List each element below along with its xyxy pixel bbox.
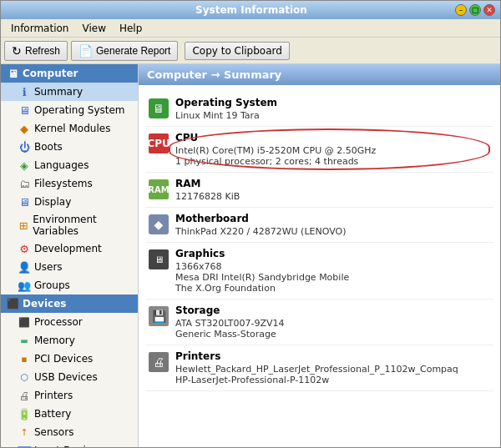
- menu-view[interactable]: View: [75, 21, 112, 36]
- motherboard-row: ◆ Motherboard ThinkPad X220 / 42872WU (L…: [145, 208, 493, 243]
- toolbar: ↻ Refresh 📄 Generate Report Copy to Clip…: [1, 38, 500, 64]
- cpu-row-content: CPU Intel(R) Core(TM) i5-2520M CPU @ 2.5…: [175, 132, 376, 167]
- sidebar-item-display[interactable]: 🖥 Display: [1, 193, 138, 211]
- storage-row: 💾 Storage ATA ST320LT007-9ZV14 Generic M…: [145, 300, 493, 345]
- usb-icon: ⬡: [18, 370, 31, 384]
- input-icon: ⌨: [18, 444, 31, 447]
- sidebar-item-printers[interactable]: 🖨 Printers: [1, 386, 138, 405]
- graphics-row-title: Graphics: [175, 248, 349, 259]
- sidebar-item-os[interactable]: 🖥 Operating System: [1, 101, 138, 119]
- summary-icon: ℹ: [18, 85, 31, 98]
- sidebar-item-env[interactable]: ⊞ Environment Variables: [1, 211, 138, 239]
- groups-icon: 👥: [18, 279, 31, 292]
- sidebar-section-devices[interactable]: ⬛ Devices: [1, 294, 138, 313]
- memory-icon: ▬: [18, 334, 31, 347]
- cpu-row-value-1: 1 physical processor; 2 cores; 4 threads: [175, 156, 376, 167]
- env-icon: ⊞: [18, 219, 29, 232]
- cpu-row: CPU CPU Intel(R) Core(TM) i5-2520M CPU @…: [145, 127, 493, 173]
- minimize-button[interactable]: –: [455, 4, 467, 16]
- devices-label: Devices: [23, 298, 66, 310]
- sidebar-item-pci[interactable]: ▪ PCI Devices: [1, 350, 138, 368]
- sidebar-category-computer[interactable]: 🖥 Computer: [1, 64, 138, 83]
- close-button[interactable]: ✕: [483, 4, 495, 16]
- menu-bar: Information View Help: [1, 19, 500, 38]
- storage-row-title: Storage: [175, 305, 285, 316]
- graphics-row-icon: 🖥: [149, 249, 169, 269]
- maximize-button[interactable]: □: [469, 4, 481, 16]
- devices-icon: ⬛: [6, 297, 19, 310]
- printers-icon: 🖨: [18, 389, 31, 402]
- printers-row-icon: 🖨: [149, 352, 169, 372]
- ram-row-icon: RAM: [149, 179, 169, 199]
- refresh-button[interactable]: ↻ Refresh: [4, 41, 68, 61]
- content-area: 🖥 Computer ℹ Summary 🖥 Operating System …: [1, 64, 500, 447]
- sidebar-item-groups[interactable]: 👥 Groups: [1, 276, 138, 294]
- sidebar-item-sensors[interactable]: ↑ Sensors: [1, 423, 138, 441]
- ram-row-content: RAM 12176828 KiB: [175, 178, 240, 202]
- languages-icon: ◈: [18, 159, 31, 172]
- motherboard-row-icon: ◆: [149, 214, 169, 234]
- sidebar-item-filesystems[interactable]: 🗂 Filesystems: [1, 174, 138, 193]
- storage-row-icon: 💾: [149, 306, 169, 326]
- os-row-icon: 🖥: [149, 98, 169, 118]
- ram-row: RAM RAM 12176828 KiB: [145, 173, 493, 208]
- filesystems-icon: 🗂: [18, 177, 31, 190]
- sidebar-item-input[interactable]: ⌨ Input Devices: [1, 441, 138, 447]
- motherboard-row-value: ThinkPad X220 / 42872WU (LENOVO): [175, 226, 346, 237]
- sidebar-item-usb[interactable]: ⬡ USB Devices: [1, 368, 138, 386]
- os-row-content: Operating System Linux Mint 19 Tara: [175, 97, 277, 121]
- os-row-value: Linux Mint 19 Tara: [175, 110, 277, 121]
- motherboard-row-title: Motherboard: [175, 213, 346, 224]
- printers-row-value-0: Hewlett_Packard_HP_LaserJet_Professional…: [175, 364, 458, 375]
- sidebar-category-label: Computer: [23, 68, 78, 79]
- main-content: 🖥 Operating System Linux Mint 19 Tara CP…: [139, 85, 500, 447]
- computer-category-icon: 🖥: [6, 67, 19, 80]
- menu-help[interactable]: Help: [113, 21, 149, 36]
- sidebar-item-dev[interactable]: ⚙ Development: [1, 239, 138, 258]
- sidebar-item-processor[interactable]: ⬛ Processor: [1, 313, 138, 331]
- refresh-label: Refresh: [25, 45, 60, 57]
- dev-icon: ⚙: [18, 242, 31, 255]
- sidebar-item-languages[interactable]: ◈ Languages: [1, 156, 138, 174]
- printers-row-title: Printers: [175, 350, 458, 362]
- cpu-row-title: CPU: [175, 132, 376, 143]
- graphics-row: 🖥 Graphics 1366x768 Mesa DRI Intel(R) Sa…: [145, 243, 493, 300]
- sidebar-item-memory[interactable]: ▬ Memory: [1, 331, 138, 350]
- os-icon: 🖥: [18, 103, 31, 117]
- storage-row-value-1: Generic Mass-Storage: [175, 329, 285, 340]
- main-header: Computer → Summary: [139, 64, 500, 85]
- battery-icon: 🔋: [18, 407, 31, 420]
- menu-information[interactable]: Information: [4, 21, 75, 36]
- sidebar-item-summary[interactable]: ℹ Summary: [1, 83, 138, 101]
- os-row: 🖥 Operating System Linux Mint 19 Tara: [145, 92, 493, 127]
- os-row-title: Operating System: [175, 97, 277, 108]
- boots-icon: ⏻: [18, 140, 31, 154]
- window-controls: – □ ✕: [455, 4, 495, 16]
- cpu-row-icon: CPU: [149, 133, 169, 154]
- processor-icon: ⬛: [18, 315, 31, 329]
- window-title: System Information: [48, 4, 455, 16]
- main-panel: Computer → Summary 🖥 Operating System Li…: [139, 64, 500, 447]
- storage-row-value-0: ATA ST320LT007-9ZV14: [175, 318, 285, 329]
- ram-row-value: 12176828 KiB: [175, 191, 240, 202]
- sidebar-item-battery[interactable]: 🔋 Battery: [1, 405, 138, 423]
- sidebar-item-kernel[interactable]: ◆ Kernel Modules: [1, 119, 138, 138]
- sidebar-item-boots[interactable]: ⏻ Boots: [1, 138, 138, 156]
- pci-icon: ▪: [18, 352, 31, 365]
- sidebar: 🖥 Computer ℹ Summary 🖥 Operating System …: [1, 64, 139, 447]
- printers-row-value-1: HP-LaserJet-Professional-P-1102w: [175, 375, 458, 385]
- graphics-row-value-2: The X.Org Foundation: [175, 283, 349, 294]
- refresh-icon: ↻: [12, 44, 22, 58]
- generate-report-button[interactable]: 📄 Generate Report: [71, 41, 178, 61]
- kernel-icon: ◆: [18, 122, 31, 135]
- display-icon: 🖥: [18, 195, 31, 209]
- printers-row: 🖨 Printers Hewlett_Packard_HP_LaserJet_P…: [145, 345, 493, 391]
- storage-row-content: Storage ATA ST320LT007-9ZV14 Generic Mas…: [175, 305, 285, 340]
- sidebar-item-users[interactable]: 👤 Users: [1, 258, 138, 276]
- generate-label: Generate Report: [96, 45, 170, 57]
- copy-clipboard-button[interactable]: Copy to Clipboard: [185, 42, 289, 60]
- ram-row-title: RAM: [175, 178, 240, 189]
- graphics-row-value-0: 1366x768: [175, 261, 349, 272]
- cpu-row-value-0: Intel(R) Core(TM) i5-2520M CPU @ 2.50GHz: [175, 145, 376, 156]
- report-icon: 📄: [78, 44, 93, 58]
